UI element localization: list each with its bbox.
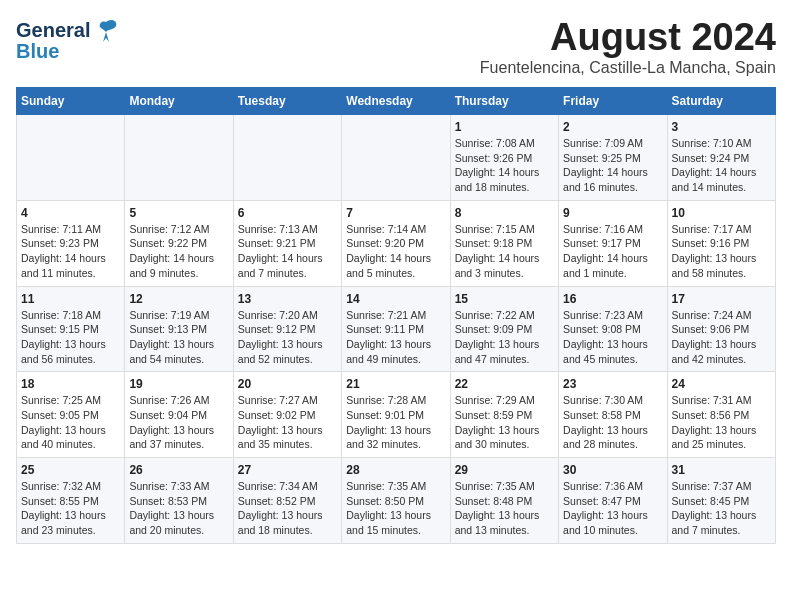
day-number: 22	[455, 377, 554, 391]
day-info: Sunrise: 7:29 AM Sunset: 8:59 PM Dayligh…	[455, 393, 554, 452]
day-info: Sunrise: 7:23 AM Sunset: 9:08 PM Dayligh…	[563, 308, 662, 367]
day-info: Sunrise: 7:30 AM Sunset: 8:58 PM Dayligh…	[563, 393, 662, 452]
page-subtitle: Fuentelencina, Castille-La Mancha, Spain	[480, 59, 776, 77]
day-info: Sunrise: 7:09 AM Sunset: 9:25 PM Dayligh…	[563, 136, 662, 195]
calendar-cell: 24Sunrise: 7:31 AM Sunset: 8:56 PM Dayli…	[667, 372, 775, 458]
title-section: August 2024 Fuentelencina, Castille-La M…	[480, 16, 776, 77]
day-info: Sunrise: 7:22 AM Sunset: 9:09 PM Dayligh…	[455, 308, 554, 367]
day-info: Sunrise: 7:35 AM Sunset: 8:48 PM Dayligh…	[455, 479, 554, 538]
day-number: 15	[455, 292, 554, 306]
day-number: 26	[129, 463, 228, 477]
calendar-week-4: 18Sunrise: 7:25 AM Sunset: 9:05 PM Dayli…	[17, 372, 776, 458]
day-info: Sunrise: 7:14 AM Sunset: 9:20 PM Dayligh…	[346, 222, 445, 281]
calendar-table: SundayMondayTuesdayWednesdayThursdayFrid…	[16, 87, 776, 544]
day-info: Sunrise: 7:25 AM Sunset: 9:05 PM Dayligh…	[21, 393, 120, 452]
day-number: 17	[672, 292, 771, 306]
day-number: 12	[129, 292, 228, 306]
day-number: 3	[672, 120, 771, 134]
day-info: Sunrise: 7:36 AM Sunset: 8:47 PM Dayligh…	[563, 479, 662, 538]
day-info: Sunrise: 7:10 AM Sunset: 9:24 PM Dayligh…	[672, 136, 771, 195]
day-number: 25	[21, 463, 120, 477]
day-info: Sunrise: 7:32 AM Sunset: 8:55 PM Dayligh…	[21, 479, 120, 538]
calendar-cell: 22Sunrise: 7:29 AM Sunset: 8:59 PM Dayli…	[450, 372, 558, 458]
day-info: Sunrise: 7:19 AM Sunset: 9:13 PM Dayligh…	[129, 308, 228, 367]
day-number: 1	[455, 120, 554, 134]
calendar-week-5: 25Sunrise: 7:32 AM Sunset: 8:55 PM Dayli…	[17, 458, 776, 544]
day-number: 11	[21, 292, 120, 306]
calendar-cell	[17, 115, 125, 201]
calendar-cell: 16Sunrise: 7:23 AM Sunset: 9:08 PM Dayli…	[559, 286, 667, 372]
calendar-cell: 29Sunrise: 7:35 AM Sunset: 8:48 PM Dayli…	[450, 458, 558, 544]
calendar-cell: 5Sunrise: 7:12 AM Sunset: 9:22 PM Daylig…	[125, 200, 233, 286]
day-number: 23	[563, 377, 662, 391]
day-info: Sunrise: 7:15 AM Sunset: 9:18 PM Dayligh…	[455, 222, 554, 281]
header-cell-sunday: Sunday	[17, 88, 125, 115]
day-number: 7	[346, 206, 445, 220]
day-number: 4	[21, 206, 120, 220]
day-info: Sunrise: 7:28 AM Sunset: 9:01 PM Dayligh…	[346, 393, 445, 452]
day-number: 5	[129, 206, 228, 220]
day-number: 30	[563, 463, 662, 477]
day-info: Sunrise: 7:08 AM Sunset: 9:26 PM Dayligh…	[455, 136, 554, 195]
calendar-week-2: 4Sunrise: 7:11 AM Sunset: 9:23 PM Daylig…	[17, 200, 776, 286]
calendar-cell: 30Sunrise: 7:36 AM Sunset: 8:47 PM Dayli…	[559, 458, 667, 544]
calendar-cell: 17Sunrise: 7:24 AM Sunset: 9:06 PM Dayli…	[667, 286, 775, 372]
day-number: 19	[129, 377, 228, 391]
header-cell-thursday: Thursday	[450, 88, 558, 115]
header-cell-saturday: Saturday	[667, 88, 775, 115]
calendar-cell: 20Sunrise: 7:27 AM Sunset: 9:02 PM Dayli…	[233, 372, 341, 458]
calendar-week-1: 1Sunrise: 7:08 AM Sunset: 9:26 PM Daylig…	[17, 115, 776, 201]
calendar-cell: 3Sunrise: 7:10 AM Sunset: 9:24 PM Daylig…	[667, 115, 775, 201]
calendar-cell: 1Sunrise: 7:08 AM Sunset: 9:26 PM Daylig…	[450, 115, 558, 201]
logo-bird-icon	[92, 16, 120, 44]
logo-text-general: General	[16, 19, 90, 42]
day-info: Sunrise: 7:26 AM Sunset: 9:04 PM Dayligh…	[129, 393, 228, 452]
day-info: Sunrise: 7:31 AM Sunset: 8:56 PM Dayligh…	[672, 393, 771, 452]
header-cell-tuesday: Tuesday	[233, 88, 341, 115]
header-cell-friday: Friday	[559, 88, 667, 115]
calendar-cell: 26Sunrise: 7:33 AM Sunset: 8:53 PM Dayli…	[125, 458, 233, 544]
calendar-cell: 7Sunrise: 7:14 AM Sunset: 9:20 PM Daylig…	[342, 200, 450, 286]
day-number: 28	[346, 463, 445, 477]
day-info: Sunrise: 7:13 AM Sunset: 9:21 PM Dayligh…	[238, 222, 337, 281]
calendar-cell: 10Sunrise: 7:17 AM Sunset: 9:16 PM Dayli…	[667, 200, 775, 286]
day-number: 29	[455, 463, 554, 477]
calendar-cell: 28Sunrise: 7:35 AM Sunset: 8:50 PM Dayli…	[342, 458, 450, 544]
day-info: Sunrise: 7:35 AM Sunset: 8:50 PM Dayligh…	[346, 479, 445, 538]
calendar-cell: 18Sunrise: 7:25 AM Sunset: 9:05 PM Dayli…	[17, 372, 125, 458]
calendar-cell	[233, 115, 341, 201]
day-number: 10	[672, 206, 771, 220]
day-number: 6	[238, 206, 337, 220]
calendar-cell: 27Sunrise: 7:34 AM Sunset: 8:52 PM Dayli…	[233, 458, 341, 544]
day-number: 16	[563, 292, 662, 306]
day-info: Sunrise: 7:34 AM Sunset: 8:52 PM Dayligh…	[238, 479, 337, 538]
calendar-cell: 19Sunrise: 7:26 AM Sunset: 9:04 PM Dayli…	[125, 372, 233, 458]
calendar-cell: 14Sunrise: 7:21 AM Sunset: 9:11 PM Dayli…	[342, 286, 450, 372]
calendar-body: 1Sunrise: 7:08 AM Sunset: 9:26 PM Daylig…	[17, 115, 776, 544]
day-info: Sunrise: 7:27 AM Sunset: 9:02 PM Dayligh…	[238, 393, 337, 452]
day-number: 13	[238, 292, 337, 306]
day-info: Sunrise: 7:11 AM Sunset: 9:23 PM Dayligh…	[21, 222, 120, 281]
day-info: Sunrise: 7:24 AM Sunset: 9:06 PM Dayligh…	[672, 308, 771, 367]
day-number: 21	[346, 377, 445, 391]
calendar-cell: 13Sunrise: 7:20 AM Sunset: 9:12 PM Dayli…	[233, 286, 341, 372]
calendar-cell: 21Sunrise: 7:28 AM Sunset: 9:01 PM Dayli…	[342, 372, 450, 458]
header-cell-monday: Monday	[125, 88, 233, 115]
day-info: Sunrise: 7:18 AM Sunset: 9:15 PM Dayligh…	[21, 308, 120, 367]
page-title: August 2024	[480, 16, 776, 59]
calendar-header-row: SundayMondayTuesdayWednesdayThursdayFrid…	[17, 88, 776, 115]
day-number: 24	[672, 377, 771, 391]
header: General Blue August 2024 Fuentelencina, …	[16, 16, 776, 77]
day-info: Sunrise: 7:37 AM Sunset: 8:45 PM Dayligh…	[672, 479, 771, 538]
logo-text-blue: Blue	[16, 40, 59, 63]
day-info: Sunrise: 7:33 AM Sunset: 8:53 PM Dayligh…	[129, 479, 228, 538]
day-number: 8	[455, 206, 554, 220]
day-number: 20	[238, 377, 337, 391]
calendar-cell	[125, 115, 233, 201]
day-number: 31	[672, 463, 771, 477]
calendar-cell: 4Sunrise: 7:11 AM Sunset: 9:23 PM Daylig…	[17, 200, 125, 286]
calendar-cell: 6Sunrise: 7:13 AM Sunset: 9:21 PM Daylig…	[233, 200, 341, 286]
calendar-cell: 9Sunrise: 7:16 AM Sunset: 9:17 PM Daylig…	[559, 200, 667, 286]
calendar-cell: 8Sunrise: 7:15 AM Sunset: 9:18 PM Daylig…	[450, 200, 558, 286]
calendar-cell: 11Sunrise: 7:18 AM Sunset: 9:15 PM Dayli…	[17, 286, 125, 372]
